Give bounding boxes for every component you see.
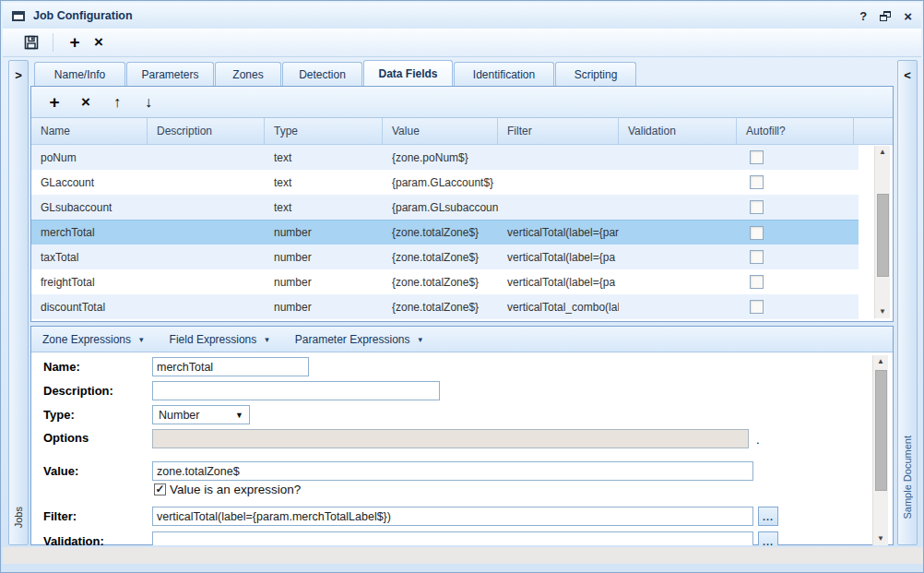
type-select[interactable]: Number ▼ xyxy=(152,405,250,424)
description-label: Description: xyxy=(43,384,113,398)
validation-more-button[interactable]: ... xyxy=(758,531,778,545)
autofill-checkbox[interactable] xyxy=(750,150,764,164)
value-expression-checkbox-row[interactable]: ✓ Value is an expression? xyxy=(154,483,301,496)
table-row[interactable]: GLaccount text {param.GLaccount$} xyxy=(31,170,859,195)
cell-name: GLsubaccount xyxy=(31,195,148,220)
delete-icon: × xyxy=(81,93,90,112)
help-icon[interactable]: ? xyxy=(859,9,867,23)
value-expression-label: Value is an expression? xyxy=(170,483,301,496)
grid-vertical-scrollbar[interactable]: ▲ ▼ xyxy=(874,146,890,318)
tab-name-info[interactable]: Name/Info xyxy=(34,62,125,86)
grid-add-button[interactable]: + xyxy=(42,91,66,113)
checked-checkbox[interactable]: ✓ xyxy=(154,483,166,495)
autofill-checkbox[interactable] xyxy=(750,300,764,314)
tab-parameters[interactable]: Parameters xyxy=(126,62,214,86)
sample-document-side-panel[interactable]: < Sample Document xyxy=(897,60,918,545)
autofill-checkbox[interactable] xyxy=(750,250,764,264)
delete-button[interactable]: × xyxy=(87,31,111,54)
expand-left-icon[interactable]: < xyxy=(904,68,911,82)
cell-filter: verticalTotal(label={param.merchTotalLab… xyxy=(498,221,619,245)
cell-value: {zone.totalZone$} xyxy=(383,294,498,319)
status-strip xyxy=(3,547,923,564)
validation-field[interactable] xyxy=(152,531,753,545)
column-header-type[interactable]: Type xyxy=(265,118,383,145)
cell-value: {zone.totalZone$} xyxy=(383,269,498,294)
cell-validation xyxy=(619,145,737,170)
cell-value: {param.GLsubaccount$} xyxy=(383,195,498,220)
field-detail-form: Name: Description: Type: Number ▼ Option… xyxy=(31,352,893,545)
column-header-validation[interactable]: Validation xyxy=(619,118,737,145)
cell-value: {param.GLaccount$} xyxy=(383,170,498,195)
autofill-checkbox[interactable] xyxy=(750,175,764,189)
tab-zones[interactable]: Zones xyxy=(215,62,281,86)
zone-expressions-menu[interactable]: Zone Expressions ▾ xyxy=(42,333,144,346)
form-vertical-scrollbar[interactable]: ▲ ▼ xyxy=(872,355,888,545)
options-label: Options xyxy=(43,431,89,445)
menu-label: Field Expressions xyxy=(170,333,257,346)
scroll-up-icon[interactable]: ▲ xyxy=(877,355,884,368)
description-field[interactable] xyxy=(152,381,440,400)
grid-delete-button[interactable]: × xyxy=(74,91,98,113)
column-header-description[interactable]: Description xyxy=(148,118,265,145)
cell-name: freightTotal xyxy=(31,269,148,294)
restore-icon[interactable] xyxy=(880,11,891,21)
menu-label: Parameter Expressions xyxy=(295,333,410,346)
filter-field[interactable] xyxy=(152,507,753,526)
expand-right-icon[interactable]: > xyxy=(15,68,22,82)
parameter-expressions-menu[interactable]: Parameter Expressions ▾ xyxy=(295,333,422,346)
autofill-checkbox[interactable] xyxy=(750,226,764,240)
tab-detection[interactable]: Detection xyxy=(282,62,362,86)
chevron-down-icon: ▾ xyxy=(265,335,269,344)
scrollbar-thumb[interactable] xyxy=(875,370,887,491)
autofill-checkbox[interactable] xyxy=(750,275,764,289)
value-field[interactable] xyxy=(152,461,753,481)
table-row[interactable]: GLsubaccount text {param.GLsubaccount$} xyxy=(31,195,859,220)
table-row[interactable]: taxTotal number {zone.totalZone$} vertic… xyxy=(31,245,859,269)
scrollbar-thumb[interactable] xyxy=(877,194,889,277)
table-row[interactable]: freightTotal number {zone.totalZone$} ve… xyxy=(31,269,859,294)
cell-value: {zone.poNum$} xyxy=(383,145,498,170)
column-header-autofill[interactable]: Autofill? xyxy=(737,118,854,145)
cell-description xyxy=(148,170,265,195)
type-select-value: Number xyxy=(159,409,199,422)
cell-name: discountTotal xyxy=(31,294,148,319)
name-field[interactable] xyxy=(152,357,309,376)
grid-move-up-button[interactable]: ↑ xyxy=(105,91,129,113)
save-button[interactable] xyxy=(19,31,43,54)
table-row[interactable]: discountTotal number {zone.totalZone$} v… xyxy=(31,294,859,319)
tab-data-fields[interactable]: Data Fields xyxy=(363,60,453,86)
cell-validation xyxy=(619,269,737,294)
cell-validation xyxy=(619,221,737,245)
cell-description xyxy=(148,145,265,170)
column-header-name[interactable]: Name xyxy=(31,118,148,145)
table-row[interactable]: poNum text {zone.poNum$} xyxy=(31,145,859,170)
tab-scripting[interactable]: Scripting xyxy=(555,62,636,86)
add-button[interactable]: + xyxy=(63,31,87,54)
expressions-menu-bar: Zone Expressions ▾ Field Expressions ▾ P… xyxy=(31,327,893,352)
plus-icon: + xyxy=(69,33,79,52)
tab-bar: Name/Info Parameters Zones Detection Dat… xyxy=(34,60,894,86)
window-title: Job Configuration xyxy=(33,9,859,22)
value-label: Value: xyxy=(43,464,78,478)
jobs-panel-label: Jobs xyxy=(13,507,24,528)
delete-icon: × xyxy=(94,33,103,52)
table-row-selected[interactable]: merchTotal number {zone.totalZone$} vert… xyxy=(31,220,859,245)
tab-identification[interactable]: Identification xyxy=(454,62,554,86)
jobs-side-panel[interactable]: > Jobs xyxy=(8,60,29,545)
filter-more-button[interactable]: ... xyxy=(758,507,778,526)
scroll-down-icon[interactable]: ▼ xyxy=(877,532,884,545)
column-header-value[interactable]: Value xyxy=(383,118,498,145)
scroll-up-icon[interactable]: ▲ xyxy=(879,146,886,159)
close-icon[interactable]: × xyxy=(904,11,912,21)
autofill-checkbox[interactable] xyxy=(750,200,764,214)
grid-move-down-button[interactable]: ↓ xyxy=(136,91,160,113)
scroll-down-icon[interactable]: ▼ xyxy=(879,305,886,318)
cell-description xyxy=(148,245,265,269)
cell-name: taxTotal xyxy=(31,245,148,269)
cell-type: text xyxy=(265,145,383,170)
sample-document-panel-label: Sample Document xyxy=(902,436,913,519)
job-configuration-window: Job Configuration ? × + × > Jobs < Sampl… xyxy=(0,0,924,573)
column-header-filter[interactable]: Filter xyxy=(498,118,619,145)
cell-filter xyxy=(498,170,619,195)
field-expressions-menu[interactable]: Field Expressions ▾ xyxy=(170,333,269,346)
